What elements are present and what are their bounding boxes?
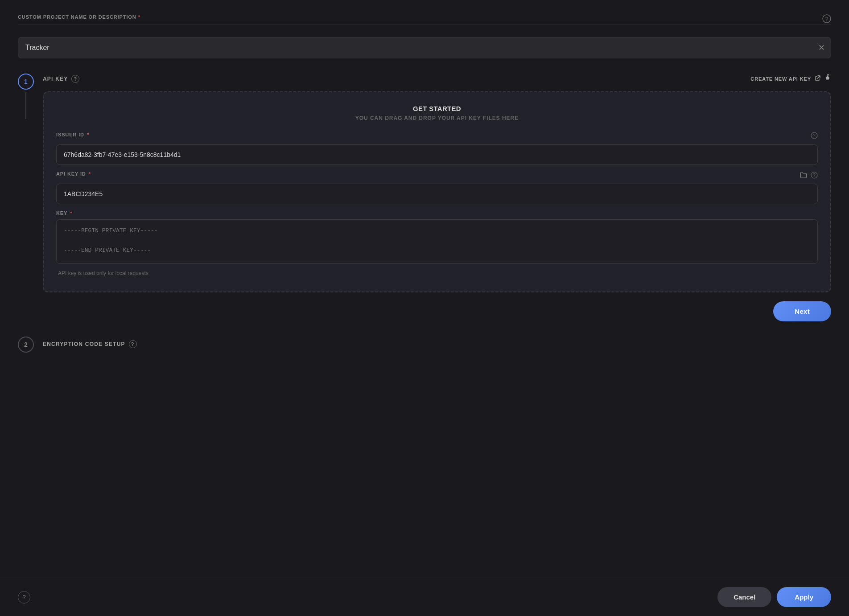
folder-icon[interactable] xyxy=(800,172,807,180)
drag-drop-header: GET STARTED YOU CAN DRAG AND DROP YOUR A… xyxy=(56,105,818,121)
clear-icon[interactable]: ✕ xyxy=(818,43,825,53)
next-btn-row: Next xyxy=(43,301,831,321)
top-help-icon[interactable]: ? xyxy=(822,14,831,25)
create-api-key-link[interactable]: CREATE NEW API KEY xyxy=(750,74,831,83)
drag-drop-title: GET STARTED xyxy=(56,105,818,112)
step1-line xyxy=(25,92,26,119)
api-key-id-field: API KEY ID * xyxy=(56,171,818,204)
step1-indicator: 1 xyxy=(18,73,34,119)
project-name-label: CUSTOM PROJECT NAME OR DESCRIPTION * xyxy=(18,14,831,20)
api-key-id-help-icon[interactable]: ? xyxy=(811,172,818,180)
step2-section: 2 ENCRYPTION CODE SETUP ? xyxy=(18,336,831,353)
drag-drop-area[interactable]: GET STARTED YOU CAN DRAG AND DROP YOUR A… xyxy=(43,91,831,292)
step2-circle: 2 xyxy=(18,337,34,353)
issuer-id-input[interactable] xyxy=(56,144,818,165)
api-key-help-icon[interactable]: ? xyxy=(71,75,79,83)
apply-button[interactable]: Apply xyxy=(777,587,831,607)
next-button[interactable]: Next xyxy=(773,301,831,321)
key-textarea[interactable] xyxy=(56,219,818,264)
svg-text:?: ? xyxy=(813,133,816,138)
step1-circle: 1 xyxy=(18,74,34,90)
step2-title: ENCRYPTION CODE SETUP ? xyxy=(43,337,831,348)
step2-indicator: 2 xyxy=(18,336,34,353)
step1-section: 1 API KEY ? CREATE NEW API KEY xyxy=(18,73,831,321)
svg-text:?: ? xyxy=(825,16,828,22)
api-key-id-input[interactable] xyxy=(56,184,818,204)
bottom-help-icon[interactable]: ? xyxy=(18,591,30,604)
encryption-help-icon[interactable]: ? xyxy=(129,340,137,348)
key-field: KEY * API key is used only for local req… xyxy=(56,210,818,276)
api-key-note: API key is used only for local requests xyxy=(56,270,818,276)
svg-text:?: ? xyxy=(813,173,816,178)
issuer-id-label-row: ISSUER ID * ? xyxy=(56,132,818,141)
cancel-button[interactable]: Cancel xyxy=(717,587,771,607)
api-key-id-icons: ? xyxy=(800,172,818,180)
api-key-id-label-row: API KEY ID * xyxy=(56,171,818,180)
project-name-section: CUSTOM PROJECT NAME OR DESCRIPTION * ✕ xyxy=(18,14,831,58)
issuer-id-label: ISSUER ID * xyxy=(56,132,89,137)
bottom-buttons: Cancel Apply xyxy=(717,587,831,607)
step2-content: ENCRYPTION CODE SETUP ? xyxy=(43,336,831,348)
drag-drop-subtitle: YOU CAN DRAG AND DROP YOUR API KEY FILES… xyxy=(56,115,818,121)
step1-title: API KEY ? xyxy=(43,75,79,83)
step1-title-row: API KEY ? CREATE NEW API KEY xyxy=(43,74,831,83)
apple-icon xyxy=(824,74,831,83)
api-key-id-label: API KEY ID * xyxy=(56,171,91,177)
project-name-input[interactable] xyxy=(18,37,831,58)
bottom-bar: ? Cancel Apply xyxy=(0,578,849,616)
key-label: KEY * xyxy=(56,210,818,216)
external-link-icon xyxy=(815,75,820,82)
issuer-id-field: ISSUER ID * ? xyxy=(56,132,818,165)
step1-content: API KEY ? CREATE NEW API KEY xyxy=(43,73,831,321)
issuer-id-help-icon[interactable]: ? xyxy=(811,132,818,141)
project-name-input-wrapper: ✕ xyxy=(18,37,831,58)
